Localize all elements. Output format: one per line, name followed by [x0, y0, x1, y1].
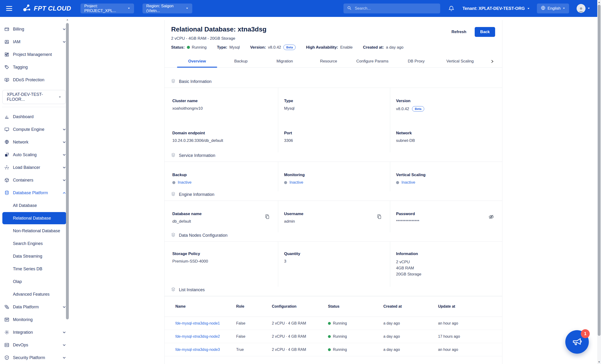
- sidebar-item-billing[interactable]: Billing: [0, 23, 70, 35]
- instance-status: Running: [333, 334, 347, 339]
- sidebar-item-iam[interactable]: IAM: [0, 35, 70, 48]
- sidebar-item-advanced-features[interactable]: Advanced Features: [0, 288, 70, 301]
- sidebar-item-devops[interactable]: DevOps: [0, 339, 70, 351]
- search-icon: [347, 5, 352, 11]
- tab-resource[interactable]: Resource: [307, 55, 351, 67]
- sidebar-item-label: Data Streaming: [13, 254, 66, 259]
- chevron-down-icon: [63, 128, 66, 131]
- page-title: Relational Database: xtna3dsg: [171, 26, 495, 33]
- search-input[interactable]: [354, 6, 437, 11]
- field-label: Vertical Scaling: [396, 172, 495, 177]
- field-label: Database name: [172, 212, 271, 216]
- sidebar-item-non-relational-database[interactable]: Non-Relational Database: [0, 224, 70, 237]
- sidebar-item-label: Data Platform: [13, 304, 63, 310]
- announcements-fab-button[interactable]: 1: [565, 330, 589, 354]
- sidebar-item-integration[interactable]: Integration: [0, 326, 70, 339]
- brand-logo[interactable]: FPT CLOUD: [22, 3, 71, 14]
- field-label: Backup: [172, 172, 271, 177]
- meta-value: a day ago: [386, 45, 404, 50]
- language-selector[interactable]: English: [537, 3, 569, 13]
- floor-selector-label: XPLAT-DEV-TEST-FLOOR...: [7, 92, 59, 102]
- field-value: 3306: [284, 138, 383, 143]
- inactive-dot: [284, 181, 287, 184]
- section-title: Basic Information: [179, 79, 211, 84]
- shield-icon: [4, 355, 9, 360]
- tenant-selector[interactable]: Tenant: XPLAT-DEV-TEST-ORG: [462, 6, 530, 11]
- field-label: Network: [396, 131, 495, 135]
- project-selector[interactable]: Project: PROJECT_XPL...: [80, 3, 134, 13]
- eye-off-icon[interactable]: [488, 214, 494, 220]
- sidebar-item-time-series-db[interactable]: Time Series DB: [0, 263, 70, 275]
- tab-overview[interactable]: Overview: [175, 55, 219, 67]
- meta-label: Created at:: [363, 45, 384, 50]
- section-data-nodes-configuration: Data Nodes Configuration Storage Policy …: [165, 232, 502, 287]
- sidebar-item-label: Advanced Features: [13, 292, 66, 297]
- refresh-button[interactable]: Refresh: [450, 29, 468, 34]
- tab-db-proxy[interactable]: DB Proxy: [394, 55, 438, 67]
- sidebar-item-containers[interactable]: Containers: [0, 174, 70, 186]
- sidebar-item-compute-engine[interactable]: Compute Engine: [0, 123, 70, 136]
- sidebar-item-auto-scaling[interactable]: Auto Scaling: [0, 148, 70, 161]
- instance-name-link[interactable]: fde-mysql-xtna3dsg-node3: [175, 348, 220, 352]
- copy-icon[interactable]: [265, 214, 270, 219]
- info-line: 2 vCPU: [396, 259, 495, 265]
- scrollbar-down-arrow[interactable]: ▼: [597, 360, 601, 364]
- tabs-scroll-right-chevron-icon[interactable]: [482, 55, 502, 67]
- sidebar-item-label: Time Series DB: [13, 267, 66, 272]
- sidebar-item-network[interactable]: Network: [0, 136, 70, 148]
- sidebar-item-search-engines[interactable]: Search Engines: [0, 237, 70, 250]
- info-line: 4GB RAM: [396, 265, 495, 271]
- scrollbar-up-arrow[interactable]: ▲: [597, 0, 601, 4]
- column-header-created-at: Created at: [383, 296, 438, 317]
- section-engine-information: Engine Information Database name db_defa…: [165, 192, 502, 232]
- sidebar-item-data-platform[interactable]: Data Platform: [0, 301, 70, 313]
- status-dot-green: [328, 322, 331, 325]
- user-menu[interactable]: [577, 4, 590, 13]
- sidebar-item-security-platform[interactable]: Security Platform: [0, 351, 70, 364]
- back-button[interactable]: Back: [475, 27, 495, 37]
- floor-selector[interactable]: XPLAT-DEV-TEST-FLOOR...: [2, 90, 66, 104]
- meta-value: v8.0.42: [268, 45, 281, 50]
- tab-vertical-scaling[interactable]: Vertical Scaling: [438, 55, 482, 67]
- section-title: Engine Information: [179, 192, 214, 197]
- sidebar-item-dashboard[interactable]: Dashboard: [0, 110, 70, 123]
- field-label: Type: [284, 99, 383, 103]
- field-label: Cluster name: [172, 99, 271, 103]
- language-label: English: [548, 6, 561, 11]
- sidebar-item-database-platform[interactable]: Database Platform: [0, 186, 70, 199]
- instance-name-link[interactable]: fde-mysql-xtna3dsg-node1: [175, 321, 220, 325]
- instance-configuration: 2 vCPU · 4 GB RAM: [272, 317, 328, 330]
- field-value: v8.0.42: [396, 107, 409, 111]
- hamburger-menu-icon[interactable]: [6, 6, 12, 11]
- instance-configuration: 2 vCPU · 4 GB RAM: [272, 343, 328, 356]
- sidebar-item-label: All Database: [13, 203, 66, 208]
- tab-backup[interactable]: Backup: [219, 55, 263, 67]
- instance-name-link[interactable]: fde-mysql-xtna3dsg-node2: [175, 334, 220, 338]
- sidebar-item-data-streaming[interactable]: Data Streaming: [0, 250, 70, 263]
- page-scrollbar-thumb[interactable]: [598, 5, 601, 336]
- region-selector[interactable]: Region: Saigon (Vietn...: [142, 3, 192, 13]
- sidebar-item-tagging[interactable]: Tagging: [0, 61, 70, 73]
- notification-bell-icon[interactable]: [448, 5, 454, 12]
- sidebar-item-olap[interactable]: Olap: [0, 275, 70, 288]
- field-label: Storage Policy: [172, 252, 271, 256]
- containers-cube-icon: [4, 178, 9, 183]
- sidebar-item-ddos-protection[interactable]: DDoS Protection: [0, 73, 70, 86]
- notification-count-badge: 1: [581, 329, 590, 338]
- field-username: Username admin: [278, 201, 390, 232]
- layers-icon: [171, 192, 176, 198]
- field-label: Information: [396, 252, 495, 256]
- auto-scaling-icon: [4, 152, 9, 157]
- scrollbar-up-arrow[interactable]: ▲: [66, 18, 69, 21]
- tab-migration[interactable]: Migration: [263, 55, 307, 67]
- sidebar-scrollbar-thumb[interactable]: [66, 23, 69, 319]
- sidebar-item-load-balancer[interactable]: Load Balancer: [0, 161, 70, 174]
- sidebar-item-all-database[interactable]: All Database: [0, 199, 70, 212]
- instance-role: True: [236, 343, 272, 356]
- sidebar-item-monitoring[interactable]: Monitoring: [0, 313, 70, 326]
- sidebar-item-relational-database[interactable]: Relational Database: [2, 212, 66, 224]
- sidebar-item-project-management[interactable]: Project Management: [0, 48, 70, 61]
- topbar: FPT CLOUD Project: PROJECT_XPL... Region…: [0, 0, 601, 17]
- copy-icon[interactable]: [377, 214, 382, 219]
- tab-configure-params[interactable]: Configure Params: [351, 55, 394, 67]
